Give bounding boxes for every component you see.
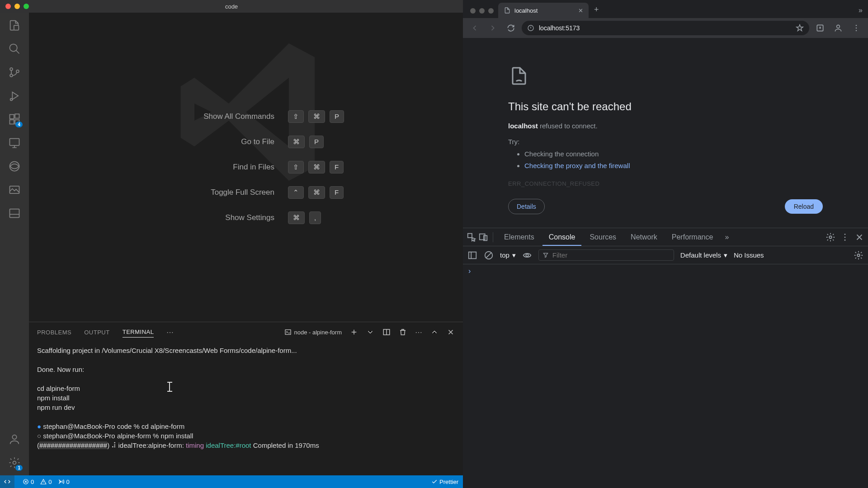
error-suggestions: Checking the connection Checking the pro… xyxy=(524,148,823,171)
svg-rect-0 xyxy=(14,25,19,30)
context-dropdown[interactable]: top ▾ xyxy=(500,251,516,259)
terminal-content[interactable]: Scaffolding project in /Volumes/Crucial … xyxy=(29,342,463,475)
minimize-window-button[interactable] xyxy=(479,8,485,14)
close-panel-icon[interactable] xyxy=(447,328,455,336)
live-expression-icon[interactable] xyxy=(522,250,532,260)
status-prettier[interactable]: Prettier xyxy=(431,479,458,485)
source-control-icon[interactable] xyxy=(7,65,22,80)
back-button[interactable] xyxy=(467,21,482,35)
forward-button[interactable] xyxy=(486,21,500,35)
svg-point-19 xyxy=(61,481,61,482)
maximize-window-button[interactable] xyxy=(488,8,494,14)
site-info-icon[interactable] xyxy=(527,24,534,32)
file-favicon-icon xyxy=(504,7,511,14)
svg-point-24 xyxy=(856,28,857,29)
omnibar: localhost:5173 xyxy=(463,18,868,38)
install-app-icon[interactable] xyxy=(813,21,827,35)
remote-explorer-icon[interactable] xyxy=(7,136,22,150)
svg-rect-6 xyxy=(10,115,14,119)
svg-rect-13 xyxy=(10,209,19,218)
close-devtools-icon[interactable] xyxy=(854,232,864,242)
clear-console-icon[interactable] xyxy=(484,250,494,260)
tab-performance[interactable]: Performance xyxy=(665,228,720,246)
welcome-show-settings[interactable]: Show Settings⌘, xyxy=(148,211,344,224)
device-toolbar-icon[interactable] xyxy=(478,232,488,242)
edge-tools-icon[interactable] xyxy=(7,159,22,174)
tab-problems[interactable]: PROBLEMS xyxy=(37,327,71,338)
error-try-label: Try: xyxy=(508,138,823,145)
reload-button[interactable] xyxy=(504,21,518,35)
chevron-down-icon[interactable] xyxy=(366,328,374,336)
status-errors[interactable]: 0 xyxy=(23,479,34,485)
activity-bar: 4 1 xyxy=(0,13,29,475)
status-ports[interactable]: 0 xyxy=(58,479,69,485)
welcome-label: Show All Commands xyxy=(148,112,274,121)
details-button[interactable]: Details xyxy=(508,199,545,214)
console-settings-icon[interactable] xyxy=(854,250,863,260)
close-tab-icon[interactable]: ✕ xyxy=(578,7,583,14)
maximize-window-button[interactable] xyxy=(24,4,29,9)
more-tabs-icon[interactable]: ⋯ xyxy=(166,328,174,337)
log-levels-dropdown[interactable]: Default levels ▾ xyxy=(680,251,727,259)
status-warnings[interactable]: 0 xyxy=(40,479,52,485)
tab-sources[interactable]: Sources xyxy=(583,228,623,246)
profile-icon[interactable] xyxy=(831,21,845,35)
welcome-label: Show Settings xyxy=(148,213,274,222)
extensions-icon[interactable]: 4 xyxy=(7,112,22,127)
tab-elements[interactable]: Elements xyxy=(498,228,541,246)
error-code: ERR_CONNECTION_REFUSED xyxy=(508,180,823,187)
settings-gear-icon[interactable]: 1 xyxy=(7,455,22,470)
kebab-menu-icon[interactable] xyxy=(849,21,863,35)
devtools-settings-icon[interactable] xyxy=(826,232,835,242)
welcome-toggle-full-screen[interactable]: Toggle Full Screen⌃⌘F xyxy=(148,186,344,199)
editor-area: Show All Commands⇧⌘P Go to File⌘P Find i… xyxy=(29,13,463,475)
toggle-sidebar-icon[interactable] xyxy=(467,250,477,260)
welcome-find-in-files[interactable]: Find in Files⇧⌘F xyxy=(148,161,344,174)
inspect-element-icon[interactable] xyxy=(467,232,476,242)
more-tabs-icon[interactable]: » xyxy=(721,233,732,241)
devtools-tabs: Elements Console Sources Network Perform… xyxy=(463,228,868,246)
new-terminal-icon[interactable] xyxy=(350,328,358,336)
console-output[interactable] xyxy=(463,264,868,488)
browser-tab[interactable]: localhost ✕ xyxy=(498,3,589,18)
svg-point-35 xyxy=(526,254,528,257)
panel-icon[interactable] xyxy=(7,206,22,221)
bookmark-star-icon[interactable] xyxy=(796,24,804,32)
reload-page-button[interactable]: Reload xyxy=(785,199,823,214)
console-filter[interactable] xyxy=(538,249,674,261)
welcome-go-to-file[interactable]: Go to File⌘P xyxy=(148,136,344,148)
filter-input[interactable] xyxy=(552,251,670,259)
kebab-menu-icon[interactable] xyxy=(840,232,850,242)
error-tip: Checking the connection xyxy=(524,148,823,160)
expand-tabs-icon[interactable]: » xyxy=(853,3,868,18)
new-tab-button[interactable]: + xyxy=(589,1,604,18)
terminal-process-label[interactable]: node - alpine-form xyxy=(284,328,342,336)
svg-point-30 xyxy=(844,234,846,235)
close-window-button[interactable] xyxy=(5,4,11,9)
explorer-icon[interactable] xyxy=(7,18,22,33)
close-window-button[interactable] xyxy=(470,8,476,14)
more-actions-icon[interactable]: ⋯ xyxy=(415,328,422,337)
issues-indicator[interactable]: No Issues xyxy=(734,251,764,259)
svg-point-15 xyxy=(13,461,16,465)
remote-indicator[interactable] xyxy=(0,475,14,488)
tab-network[interactable]: Network xyxy=(624,228,664,246)
browser-viewport: This site can't be reached localhost ref… xyxy=(463,38,868,488)
svg-point-1 xyxy=(10,44,17,52)
svg-point-25 xyxy=(856,30,857,32)
tab-console[interactable]: Console xyxy=(542,228,582,246)
chevron-up-icon[interactable] xyxy=(430,328,439,336)
tab-terminal[interactable]: TERMINAL xyxy=(123,327,154,338)
accounts-icon[interactable] xyxy=(7,432,22,446)
gallery-icon[interactable] xyxy=(7,183,22,197)
welcome-show-all-commands[interactable]: Show All Commands⇧⌘P xyxy=(148,110,344,123)
console-prompt[interactable] xyxy=(468,267,863,275)
address-bar[interactable]: localhost:5173 xyxy=(522,21,809,35)
split-terminal-icon[interactable] xyxy=(382,328,391,336)
trash-icon[interactable] xyxy=(399,328,407,336)
search-icon[interactable] xyxy=(7,42,22,56)
run-debug-icon[interactable] xyxy=(7,89,22,103)
proxy-firewall-link[interactable]: Checking the proxy and the firewall xyxy=(524,162,630,169)
tab-output[interactable]: OUTPUT xyxy=(84,327,109,338)
minimize-window-button[interactable] xyxy=(14,4,20,9)
